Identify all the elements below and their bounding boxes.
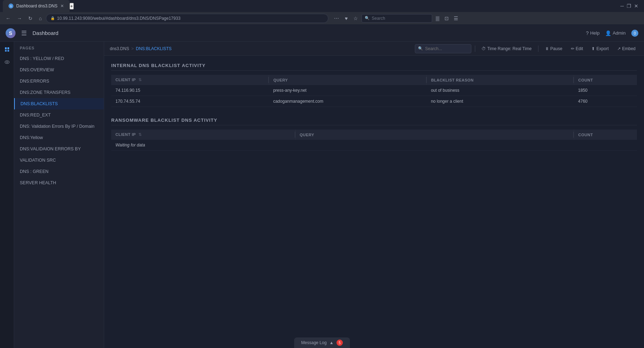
svg-point-5 bbox=[6, 61, 8, 63]
help-label: Help bbox=[590, 30, 600, 36]
col-client-ip-label: CLIENT IP bbox=[115, 78, 136, 82]
user-icon: 👤 bbox=[605, 30, 611, 36]
sidebar-item-dns-yellow-red[interactable]: DNS : YELLOW / RED bbox=[14, 53, 104, 64]
cell-query-2: cadoganmanagement.com bbox=[269, 96, 427, 107]
internal-blacklist-table: CLIENT IP ⇅ QUERY BLACKLIST REASON bbox=[111, 75, 637, 107]
export-label: Export bbox=[596, 46, 609, 51]
menu-icon[interactable]: ☰ bbox=[452, 15, 460, 22]
cell-blacklist-reason-2: no longer a client bbox=[427, 96, 574, 107]
tab-close-button[interactable]: ✕ bbox=[60, 4, 64, 8]
pause-button[interactable]: ⏸ Pause bbox=[542, 45, 565, 53]
hamburger-button[interactable]: ☰ bbox=[20, 28, 28, 38]
ransomware-blacklist-table: CLIENT IP ⇅ QUERY COUNT bbox=[111, 130, 637, 151]
pause-icon: ⏸ bbox=[545, 46, 549, 51]
ransomware-blacklist-title: RANSOMWARE BLACKLIST DNS ACTIVITY bbox=[111, 118, 637, 125]
address-text: 10.99.11.243:9080/webui/#dashboard/dns3.… bbox=[57, 16, 180, 21]
breadcrumb-separator: > bbox=[131, 46, 134, 51]
cell-client-ip-1: 74.116.90.15 bbox=[111, 85, 269, 96]
bookmark-button[interactable]: ☆ bbox=[352, 15, 359, 22]
embed-button[interactable]: ↗ Embed bbox=[614, 45, 638, 53]
help-button[interactable]: ? Help bbox=[586, 30, 600, 36]
breadcrumb-current: DNS:BLACKLISTS bbox=[136, 46, 172, 51]
reading-mode-icon[interactable]: ⊡ bbox=[443, 15, 450, 22]
sidebar-item-dns-red-ext[interactable]: DNS:RED_EXT bbox=[14, 109, 104, 121]
col-blacklist-reason-label: BLACKLIST REASON bbox=[431, 78, 473, 82]
left-panel: PAGES DNS : YELLOW / RED DNS:OVERVIEW DN… bbox=[0, 42, 104, 348]
edit-button[interactable]: ✏ Edit bbox=[568, 45, 586, 53]
cell-query-1: press-any-key.net bbox=[269, 85, 427, 96]
eye-icon[interactable] bbox=[2, 57, 12, 67]
cell-count-1: 1850 bbox=[574, 85, 637, 96]
time-range-button[interactable]: ⏱ Time Range: Real Time bbox=[479, 45, 535, 53]
extensions-button[interactable]: ⋯ bbox=[333, 15, 340, 22]
page-search-input[interactable] bbox=[425, 46, 468, 51]
col-count[interactable]: COUNT bbox=[574, 75, 637, 85]
table-row[interactable]: 170.74.55.74 cadoganmanagement.com no lo… bbox=[111, 96, 637, 107]
new-tab-button[interactable]: + bbox=[70, 3, 74, 10]
browser-chrome: S Dashboard dns3.DNS ✕ + ─ ❐ ✕ ← → ↻ ⌂ 🔒… bbox=[0, 0, 644, 25]
divider-1 bbox=[475, 46, 475, 52]
admin-button[interactable]: 👤 Admin bbox=[605, 30, 626, 36]
table-row[interactable]: 74.116.90.15 press-any-key.net out of bu… bbox=[111, 85, 637, 96]
svg-rect-3 bbox=[7, 50, 9, 52]
sidebar-item-dns-overview[interactable]: DNS:OVERVIEW bbox=[14, 64, 104, 76]
col-blacklist-reason[interactable]: BLACKLIST REASON bbox=[427, 75, 574, 85]
bookmarks-icon[interactable]: ||| bbox=[434, 15, 441, 22]
page-search-box[interactable]: 🔍 bbox=[415, 44, 471, 53]
main-layout: PAGES DNS : YELLOW / RED DNS:OVERVIEW DN… bbox=[0, 42, 644, 348]
forward-button[interactable]: → bbox=[15, 14, 24, 23]
waiting-message: Waiting for data bbox=[111, 140, 637, 151]
col-query-label: QUERY bbox=[273, 78, 288, 82]
browser-search-box[interactable]: 🔍 Search bbox=[362, 14, 432, 23]
sidebar-item-dns-validaion-errors-by[interactable]: DNS:VALIDAION ERRORS BY bbox=[14, 143, 104, 155]
sort-icon-client-ip-r: ⇅ bbox=[138, 132, 142, 137]
sidebar-item-dns-validation-errors[interactable]: DNS: Validation Errors By IP / Domain bbox=[14, 121, 104, 132]
col-client-ip-r[interactable]: CLIENT IP ⇅ bbox=[111, 130, 295, 140]
svg-rect-0 bbox=[5, 47, 7, 49]
browser-search-label: Search bbox=[372, 16, 385, 21]
right-content: dns3.DNS > DNS:BLACKLISTS 🔍 ⏱ Time Range… bbox=[104, 42, 644, 348]
col-count-r[interactable]: COUNT bbox=[574, 130, 637, 140]
col-count-r-label: COUNT bbox=[578, 133, 593, 137]
pocket-button[interactable]: ♥ bbox=[343, 15, 349, 22]
internal-blacklist-header-row: CLIENT IP ⇅ QUERY BLACKLIST REASON bbox=[111, 75, 637, 85]
embed-icon: ↗ bbox=[617, 46, 621, 51]
time-range-label: Time Range: Real Time bbox=[487, 46, 532, 51]
svg-rect-2 bbox=[5, 50, 7, 52]
sidebar-item-dns-zone-transfers[interactable]: DNS:ZONE TRANSFERS bbox=[14, 87, 104, 98]
export-button[interactable]: ⬆ Export bbox=[589, 45, 612, 53]
address-bar[interactable]: 🔒 10.99.11.243:9080/webui/#dashboard/dns… bbox=[46, 14, 328, 23]
ransomware-waiting-row: Waiting for data bbox=[111, 140, 637, 151]
sidebar-item-server-health[interactable]: SERVER HEALTH bbox=[14, 177, 104, 188]
browser-search-icon: 🔍 bbox=[365, 16, 370, 20]
back-button[interactable]: ← bbox=[4, 14, 13, 23]
app-header: S ☰ Dashboard ? Help 👤 Admin 0 bbox=[0, 25, 644, 42]
message-log-chevron: ▲ bbox=[329, 340, 334, 345]
col-query[interactable]: QUERY bbox=[269, 75, 427, 85]
sidebar-item-validation-src[interactable]: VALIDATION SRC bbox=[14, 155, 104, 166]
close-icon[interactable]: ✕ bbox=[634, 3, 638, 9]
notification-badge[interactable]: 0 bbox=[631, 30, 638, 37]
browser-tab-active[interactable]: S Dashboard dns3.DNS ✕ bbox=[3, 0, 70, 12]
ransomware-blacklist-header-row: CLIENT IP ⇅ QUERY COUNT bbox=[111, 130, 637, 140]
col-client-ip-r-label: CLIENT IP bbox=[115, 132, 136, 137]
message-log-badge: 5 bbox=[336, 340, 343, 346]
sidebar-item-dns-green[interactable]: DNS : GREEN bbox=[14, 166, 104, 177]
home-button[interactable]: ⌂ bbox=[37, 14, 44, 23]
sidebar-item-dns-yellow[interactable]: DNS:Yellow bbox=[14, 132, 104, 143]
col-query-r[interactable]: QUERY bbox=[295, 130, 574, 140]
minimize-icon[interactable]: ─ bbox=[620, 3, 624, 9]
admin-label: Admin bbox=[613, 30, 626, 36]
message-log-bar[interactable]: Message Log ▲ 5 bbox=[294, 337, 350, 348]
refresh-button[interactable]: ↻ bbox=[26, 14, 35, 23]
browser-toolbar-right: ||| ⊡ ☰ bbox=[434, 15, 460, 22]
pages-icon[interactable] bbox=[2, 44, 12, 54]
col-client-ip[interactable]: CLIENT IP ⇅ bbox=[111, 75, 269, 85]
restore-icon[interactable]: ❐ bbox=[627, 3, 631, 9]
internal-blacklist-title: INTERNAL DNS BLACKLIST ACTIVITY bbox=[111, 63, 637, 71]
sidebar-item-dns-blacklists[interactable]: DNS:BLACKLISTS bbox=[14, 98, 104, 109]
sidebar-item-dns-errors[interactable]: DNS:ERRORS bbox=[14, 76, 104, 87]
breadcrumb-parent[interactable]: dns3.DNS bbox=[110, 46, 129, 51]
app-title: Dashboard bbox=[32, 30, 58, 36]
divider-2 bbox=[538, 46, 538, 52]
